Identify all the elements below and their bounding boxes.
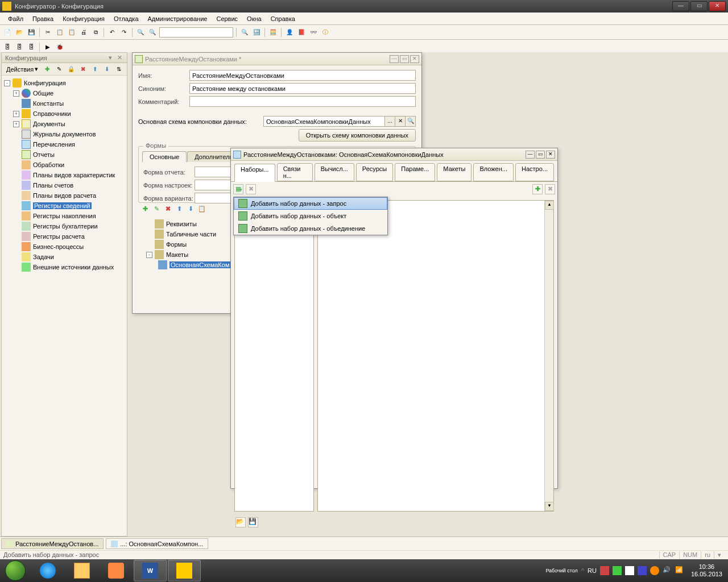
actions-button[interactable]: Действия ▾ (4, 64, 40, 74)
constructor-icon[interactable]: 📂 (235, 517, 246, 527)
tree-item[interactable]: Планы видов расчета (3, 190, 126, 201)
tree-item[interactable]: Регистры накопления (3, 211, 126, 221)
menu-configuration[interactable]: Конфигурация (58, 14, 109, 23)
tree-item[interactable]: Отчеты (3, 149, 126, 160)
tree-item[interactable]: Задачи (3, 252, 126, 262)
synonym-input[interactable] (189, 83, 416, 94)
menu-windows[interactable]: Окна (242, 14, 266, 23)
fields-grid[interactable]: ▲ ▼ (317, 200, 554, 512)
panel-close-icon[interactable]: ✕ (115, 54, 123, 62)
window-tab-dcs[interactable]: ...: ОсновнаяСхемаКомпон... (106, 538, 208, 549)
tree-item[interactable]: Бизнес-процессы (3, 242, 126, 252)
tray-action-icon[interactable] (638, 566, 647, 575)
menu-edit[interactable]: Правка (28, 14, 58, 23)
edit-icon[interactable]: ✎ (54, 64, 64, 74)
debug-icon[interactable]: 🐞 (55, 42, 65, 52)
close-button[interactable]: ✕ (709, 1, 726, 11)
tab-settings[interactable]: Настро... (515, 163, 554, 181)
tree-item[interactable]: +Общие (3, 88, 126, 98)
db-icon[interactable]: 🗄 (2, 42, 13, 52)
delete-icon[interactable]: ✖ (78, 64, 88, 74)
scroll-up-icon[interactable]: ▲ (545, 201, 554, 210)
maximize-button[interactable]: ▭ (690, 1, 708, 11)
zoomback-icon[interactable]: 🔙 (251, 27, 262, 38)
calc-icon[interactable]: 🧮 (268, 27, 278, 38)
task-word[interactable]: W (134, 560, 167, 581)
tab-nested[interactable]: Вложен... (473, 163, 514, 181)
menu-file[interactable]: Файл (3, 14, 28, 23)
help-icon[interactable]: ⓘ (320, 27, 330, 38)
save-icon[interactable]: 💾 (26, 27, 36, 38)
lock-icon[interactable]: 🔒 (66, 64, 76, 74)
schema-input[interactable] (263, 116, 385, 127)
name-input[interactable] (189, 70, 416, 81)
tree-item[interactable]: Планы видов характеристик (3, 170, 126, 180)
tree-item[interactable]: Журналы документов (3, 129, 126, 139)
tree-item[interactable]: Регистры сведений (3, 201, 126, 211)
scrollbar[interactable]: ▲ ▼ (544, 201, 553, 511)
db3-icon[interactable]: 🗄 (26, 42, 36, 52)
tab-links[interactable]: Связи н... (277, 163, 313, 181)
tray-network-icon[interactable]: 📶 (675, 566, 684, 575)
minimize-button[interactable]: — (672, 1, 689, 11)
tree-item[interactable]: Регистры расчета (3, 231, 126, 242)
glasses-icon[interactable]: 👓 (308, 27, 318, 38)
tree-item[interactable]: Регистры бухгалтерии (3, 221, 126, 231)
new-icon[interactable]: 📄 (2, 27, 13, 38)
add-dataset-query[interactable]: Добавить набор данных - запрос (234, 197, 387, 210)
menu-help[interactable]: Справка (266, 14, 300, 23)
schema-find-button[interactable]: 🔍 (406, 116, 416, 127)
tree-item[interactable]: +Документы (3, 119, 126, 129)
mdi-min-button[interactable]: — (390, 55, 399, 63)
tray-update-icon[interactable] (650, 566, 659, 575)
field-del-icon[interactable]: ✖ (545, 184, 555, 194)
task-ie[interactable] (31, 560, 64, 581)
save-dcs-icon[interactable]: 💾 (248, 517, 258, 527)
tray-security-icon[interactable] (613, 566, 622, 575)
tree-item[interactable]: Планы счетов (3, 180, 126, 190)
run-icon[interactable]: ▶ (43, 42, 53, 52)
search-combo[interactable] (159, 27, 233, 38)
task-media[interactable] (100, 560, 133, 581)
field-add-icon[interactable]: ✚ (532, 184, 543, 194)
tray-lang[interactable]: RU (588, 567, 597, 574)
schema-clear-button[interactable]: ✕ (395, 116, 406, 127)
cut-icon[interactable]: ✂ (43, 27, 53, 38)
book-icon[interactable]: 📕 (296, 27, 307, 38)
remove-dataset-button[interactable]: ✖ (246, 184, 256, 194)
tree-item[interactable]: -Конфигурация (3, 78, 126, 88)
open-icon[interactable]: 📂 (14, 27, 24, 38)
open-schema-button[interactable]: Открыть схему компоновки данных (299, 129, 416, 142)
tray-clock[interactable]: 10:36 16.05.2013 (688, 563, 726, 578)
tree-item[interactable]: Перечисления (3, 139, 126, 149)
task-1c[interactable] (168, 560, 201, 581)
tree-item[interactable]: Константы (3, 98, 126, 109)
tree-item[interactable]: +Справочники (3, 109, 126, 119)
add-dataset-button[interactable]: ▦ (233, 184, 243, 194)
tab-calc[interactable]: Вычисл... (315, 163, 354, 181)
menu-service[interactable]: Сервис (212, 14, 242, 23)
add-dataset-object[interactable]: Добавить набор данных - объект (234, 210, 387, 222)
tab-resources[interactable]: Ресурсы (356, 163, 393, 181)
tree-item[interactable]: Обработки (3, 160, 126, 170)
menu-admin[interactable]: Администрирование (143, 14, 212, 23)
mdi-close-button[interactable]: ✕ (410, 55, 419, 63)
tab-datasets[interactable]: Наборы... (234, 164, 275, 182)
syntax-icon[interactable]: 👤 (284, 27, 295, 38)
down-icon[interactable]: ⬇ (102, 64, 112, 74)
dcs-min-button[interactable]: — (526, 151, 535, 159)
compare-icon[interactable]: ⧉ (90, 27, 101, 38)
redo-icon[interactable]: ↷ (119, 27, 129, 38)
scroll-down-icon[interactable]: ▼ (545, 502, 554, 511)
tab-params[interactable]: Параме... (395, 163, 435, 181)
tab-main[interactable]: Основные (142, 151, 187, 162)
tray-volume-icon[interactable]: 🔊 (663, 566, 672, 575)
panel-pin-icon[interactable]: ▾ (106, 54, 114, 62)
db2-icon[interactable]: 🗄 (14, 42, 24, 52)
print-icon[interactable]: 🖨 (78, 27, 89, 38)
find2-icon[interactable]: 🔍 (147, 27, 158, 38)
up-icon[interactable]: ⬆ (90, 64, 100, 74)
paste-icon[interactable]: 📋 (67, 27, 77, 38)
zoom-icon[interactable]: 🔍 (239, 27, 250, 38)
desktop-button[interactable]: Рабочий стол (545, 568, 578, 573)
